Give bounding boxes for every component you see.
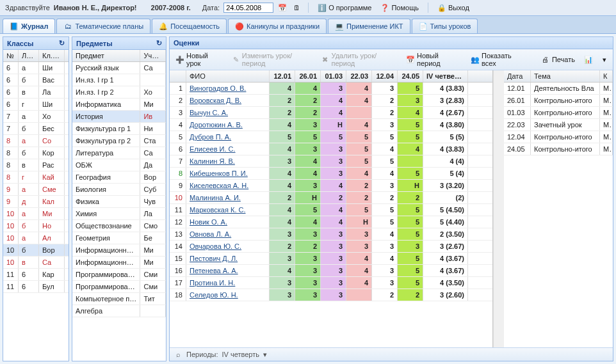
tab-icon: 🔴 [235,22,244,31]
tab-Типы уроков[interactable]: 📄Типы уроков [412,19,478,33]
tab-label: Тематические планы [75,22,143,30]
tab-Тематические планы[interactable]: 🗂Тематические планы [56,19,150,33]
about-label: О программе [328,4,371,12]
help-label: Помощь [391,4,419,12]
tab-label: Типы уроков [430,22,471,30]
greeting-label: Здравствуйте [5,4,50,12]
tab-icon: 📘 [10,22,19,31]
date-label: Дата: [202,4,220,12]
main-tabs: 📘Журнал🗂Тематические планы🔔Посещаемость🔴… [0,16,616,34]
exit-label: Выход [448,4,469,12]
topbar: Здравствуйте Иванов Н. Е., Директор! 200… [0,0,616,16]
date-input[interactable] [223,3,273,13]
year-label: 2007-2008 г. [151,4,191,12]
tab-icon: 💻 [335,22,344,31]
about-button[interactable]: ℹ️О программе [315,3,374,13]
help-button[interactable]: ❓Помощь [378,3,421,13]
tab-label: Журнал [21,22,48,30]
tab-Посещаемость[interactable]: 🔔Посещаемость [152,19,227,33]
exit-button[interactable]: 🔒Выход [435,3,472,13]
info-icon: ℹ️ [318,3,327,12]
tab-icon: 📄 [419,22,428,31]
tab-label: Применение ИКТ [346,22,403,30]
tab-label: Каникулы и праздники [247,22,320,30]
user-name: Иванов Н. Е., Директор! [54,4,137,12]
lock-icon: 🔒 [437,3,446,12]
help-icon: ❓ [380,3,389,12]
tab-Применение ИКТ[interactable]: 💻Применение ИКТ [328,19,410,33]
calendar-icon[interactable]: 📅 [277,3,288,13]
tab-label: Посещаемость [170,22,220,30]
tab-Каникулы и праздники[interactable]: 🔴Каникулы и праздники [228,19,327,33]
tab-icon: 🗂 [63,22,72,31]
date-action-icon[interactable]: 🗓 [291,3,302,13]
tab-icon: 🔔 [159,22,168,31]
tab-Журнал[interactable]: 📘Журнал [3,19,55,33]
